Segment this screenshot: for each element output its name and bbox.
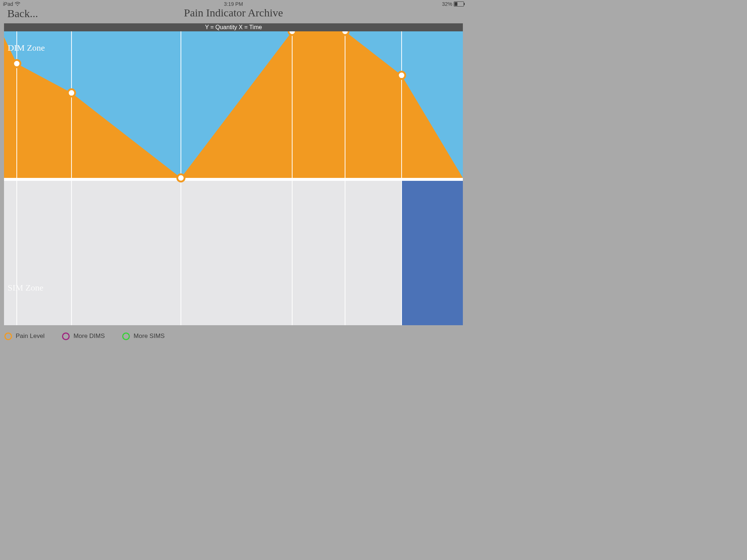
svg-point-10 bbox=[13, 60, 20, 67]
axis-description: Y = Quantity X = Time bbox=[4, 23, 463, 31]
legend-item-pain: Pain Level bbox=[4, 332, 44, 340]
legend-label-dims: More DIMS bbox=[73, 332, 105, 340]
chart-area: DIM Zone SIM Zone bbox=[4, 31, 463, 325]
battery-fill bbox=[454, 2, 457, 6]
svg-point-14 bbox=[341, 31, 349, 35]
legend: Pain Level More DIMS More SIMS bbox=[0, 329, 467, 343]
battery-icon bbox=[454, 1, 464, 7]
battery-pct: 32% bbox=[442, 1, 452, 7]
page-title: Pain Indicator Archive bbox=[184, 7, 283, 19]
legend-marker-pain bbox=[4, 332, 12, 340]
device-label: iPad bbox=[3, 1, 13, 7]
chart-svg bbox=[4, 31, 463, 325]
svg-point-11 bbox=[68, 89, 75, 97]
svg-point-12 bbox=[177, 174, 185, 182]
sim-zone-label: SIM Zone bbox=[8, 283, 43, 293]
svg-point-13 bbox=[289, 31, 296, 35]
header: Back... Pain Indicator Archive bbox=[0, 7, 467, 22]
dim-zone-label: DIM Zone bbox=[8, 43, 45, 53]
wifi-icon bbox=[15, 1, 20, 7]
legend-label-pain: Pain Level bbox=[16, 332, 44, 340]
back-button[interactable]: Back... bbox=[7, 7, 38, 20]
legend-marker-sims bbox=[122, 332, 130, 340]
svg-rect-2 bbox=[4, 181, 463, 325]
clock: 3:19 PM bbox=[224, 1, 243, 7]
legend-marker-dims bbox=[62, 332, 70, 340]
svg-point-15 bbox=[398, 72, 405, 79]
legend-label-sims: More SIMS bbox=[133, 332, 165, 340]
legend-item-sims: More SIMS bbox=[122, 332, 165, 340]
legend-item-dims: More DIMS bbox=[62, 332, 105, 340]
svg-rect-3 bbox=[402, 181, 463, 325]
svg-rect-1 bbox=[4, 178, 463, 181]
